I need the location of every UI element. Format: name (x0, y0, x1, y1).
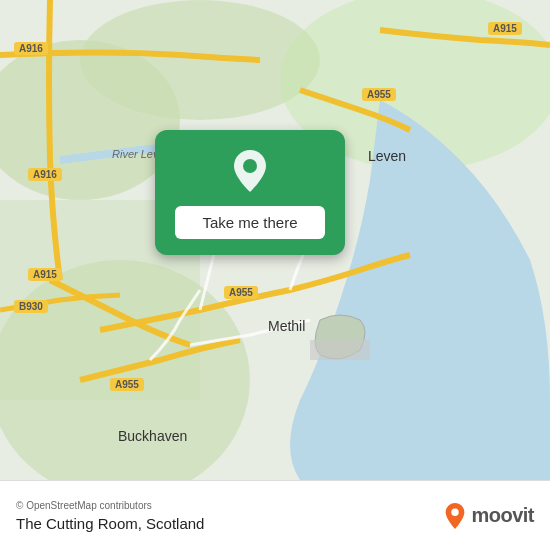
road-label-a955-middle: A955 (224, 286, 258, 299)
leven-label: Leven (368, 148, 406, 164)
road-label-a915-left: A915 (28, 268, 62, 281)
popup-card: Take me there (155, 130, 345, 255)
buckhaven-label: Buckhaven (118, 428, 187, 444)
svg-rect-6 (310, 340, 370, 360)
methil-label: Methil (268, 318, 305, 334)
location-pin-icon (225, 146, 275, 196)
take-me-there-button[interactable]: Take me there (175, 206, 325, 239)
road-label-a955-top: A955 (362, 88, 396, 101)
footer-left: © OpenStreetMap contributors The Cutting… (16, 500, 204, 532)
moovit-text: moovit (471, 504, 534, 527)
copyright-text: © OpenStreetMap contributors (16, 500, 204, 511)
road-label-a916-left: A916 (28, 168, 62, 181)
road-label-b930: B930 (14, 300, 48, 313)
road-label-a915-top: A915 (488, 22, 522, 35)
footer: © OpenStreetMap contributors The Cutting… (0, 480, 550, 550)
svg-point-7 (243, 159, 257, 173)
location-name: The Cutting Room, Scotland (16, 515, 204, 532)
moovit-logo: moovit (443, 502, 534, 530)
moovit-pin-icon (443, 502, 467, 530)
svg-point-8 (452, 508, 459, 515)
road-label-a916-top: A916 (14, 42, 48, 55)
map-container: A916 A916 A915 A915 A955 A955 A955 B930 … (0, 0, 550, 480)
road-label-a955-bottom: A955 (110, 378, 144, 391)
